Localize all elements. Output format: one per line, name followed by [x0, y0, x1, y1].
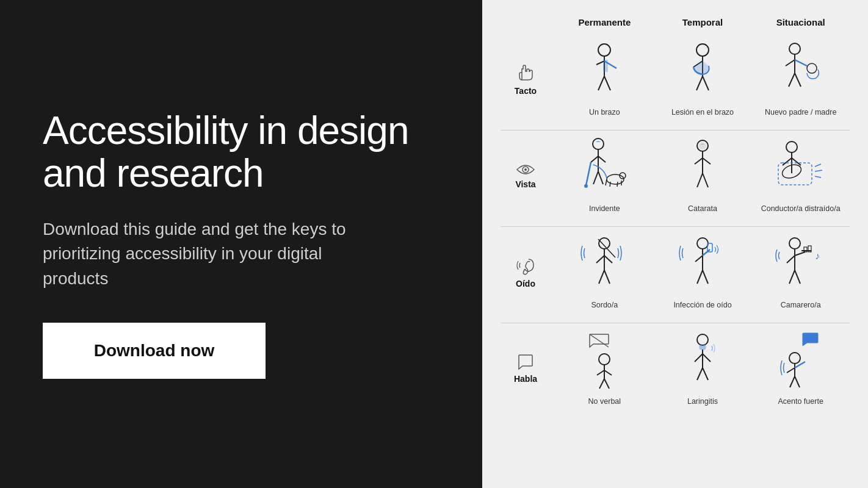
svg-point-15: [524, 168, 527, 171]
svg-point-59: [599, 354, 610, 365]
oido-label: Oído: [516, 279, 535, 289]
figure-vista-permanent: [577, 138, 632, 199]
svg-point-16: [593, 138, 604, 149]
row-label-vista: Vista: [501, 163, 555, 189]
subtitle: Download this guide and get the keys to …: [43, 217, 385, 292]
svg-line-31: [697, 173, 703, 187]
label-vista-situational: Conductor/a distraído/a: [761, 204, 841, 214]
svg-point-0: [598, 44, 610, 56]
cell-vista-temporal: Catarata: [654, 132, 752, 220]
figure-tacto-situational: [773, 41, 828, 102]
svg-rect-64: [700, 345, 706, 350]
svg-point-9: [789, 43, 800, 54]
figure-vista-temporal: [675, 138, 730, 199]
svg-point-5: [696, 44, 709, 56]
accessibility-grid: Tacto: [501, 34, 850, 476]
svg-line-26: [617, 182, 618, 187]
svg-rect-4: [603, 60, 608, 72]
svg-point-21: [584, 184, 588, 188]
right-panel: Permanente Temporal Situacional Tacto: [482, 0, 868, 488]
col-header-permanente: Permanente: [555, 17, 654, 27]
label-oido-temporal: Infección de oído: [673, 300, 731, 310]
svg-line-2: [598, 76, 604, 90]
figure-habla-situational: [773, 331, 828, 392]
svg-point-45: [697, 238, 708, 249]
figure-tacto-permanent: [577, 41, 632, 102]
svg-point-63: [697, 334, 708, 345]
label-tacto-situational: Nuevo padre / madre: [765, 107, 836, 117]
figure-vista-situational: [773, 138, 828, 199]
svg-line-18: [593, 171, 598, 184]
vista-label: Vista: [515, 179, 535, 189]
cell-oido-situational: ♪ Camarero/a: [751, 228, 850, 316]
figure-tacto-temporal: [675, 41, 730, 102]
figure-oido-permanent: [577, 234, 632, 295]
label-tacto-temporal: Lesión en el brazo: [671, 107, 734, 117]
row-habla: Habla: [501, 323, 850, 414]
row-vista: Vista: [501, 130, 850, 221]
figure-oido-temporal: [675, 234, 730, 295]
label-habla-situational: Acento fuerte: [778, 396, 823, 406]
col-header-temporal: Temporal: [654, 17, 752, 27]
label-oido-permanent: Sordo/a: [591, 300, 618, 310]
left-panel: Accessibility in design and research Dow…: [0, 0, 482, 488]
svg-line-25: [610, 182, 610, 187]
svg-line-8: [703, 76, 709, 90]
svg-line-56: [795, 270, 800, 284]
row-label-habla: Habla: [501, 354, 555, 384]
row-label-oido: Oído: [501, 257, 555, 289]
download-button[interactable]: Download now: [43, 323, 266, 379]
svg-line-32: [703, 173, 708, 187]
cell-habla-temporal: Laringitis: [654, 325, 752, 412]
row-label-tacto: Tacto: [501, 63, 555, 96]
figure-habla-permanent: [577, 331, 632, 392]
svg-point-33: [786, 142, 797, 152]
svg-line-49: [703, 270, 708, 284]
svg-line-71: [795, 376, 800, 387]
svg-line-43: [604, 270, 610, 284]
cell-tacto-situational: Nuevo padre / madre: [751, 35, 850, 123]
row-tacto: Tacto: [501, 34, 850, 125]
svg-line-19: [598, 171, 603, 184]
svg-point-68: [789, 353, 800, 364]
cell-vista-situational: Conductor/a distraído/a: [751, 132, 850, 220]
svg-line-11: [789, 73, 795, 87]
cell-tacto-temporal: Lesión en el brazo: [654, 35, 752, 123]
svg-text:♪: ♪: [815, 251, 820, 261]
svg-line-62: [604, 379, 609, 389]
svg-line-48: [697, 270, 703, 284]
label-oido-situational: Camarero/a: [781, 300, 821, 310]
svg-line-42: [599, 270, 604, 284]
cell-habla-situational: Acento fuerte: [751, 325, 850, 412]
svg-line-70: [790, 376, 795, 387]
svg-line-12: [795, 73, 801, 87]
svg-line-20: [586, 162, 591, 185]
svg-line-39: [815, 176, 821, 178]
habla-label: Habla: [514, 374, 537, 384]
label-tacto-permanent: Un brazo: [589, 107, 620, 117]
label-habla-permanent: No verbal: [588, 396, 621, 406]
svg-point-29: [699, 142, 706, 149]
tacto-label: Tacto: [515, 86, 537, 96]
row-oido: Oído: [501, 226, 850, 318]
svg-line-37: [815, 164, 821, 167]
svg-point-13: [807, 63, 817, 73]
svg-line-61: [599, 379, 604, 389]
cell-oido-permanent: Sordo/a: [555, 228, 654, 316]
svg-line-38: [815, 170, 822, 171]
svg-line-7: [696, 76, 703, 90]
main-title: Accessibility in design and research: [43, 109, 439, 195]
label-vista-permanent: Invidente: [589, 204, 620, 214]
svg-line-3: [604, 76, 610, 90]
label-vista-temporal: Catarata: [688, 204, 717, 214]
figure-oido-situational: ♪: [773, 234, 828, 295]
cell-vista-permanent: Invidente: [555, 132, 654, 220]
col-header-situacional: Situacional: [751, 17, 850, 27]
svg-line-67: [703, 368, 708, 380]
speech-icon: [518, 354, 533, 370]
column-headers: Permanente Temporal Situacional: [501, 17, 850, 27]
col-header-empty: [501, 17, 555, 27]
cell-oido-temporal: Infección de oído: [654, 228, 752, 316]
label-habla-temporal: Laringitis: [687, 396, 718, 406]
eye-icon: [516, 163, 535, 176]
